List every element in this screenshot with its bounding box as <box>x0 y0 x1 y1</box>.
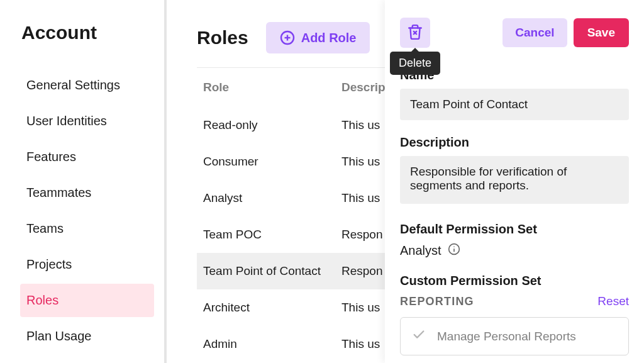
sidebar-item-plan-usage[interactable]: Plan Usage <box>20 320 154 353</box>
section-reporting-label: REPORTING <box>400 295 474 308</box>
plus-circle-icon <box>280 30 295 45</box>
description-label: Description <box>400 135 629 150</box>
sidebar: Account General Settings User Identities… <box>0 0 167 363</box>
page-title: Roles <box>197 27 248 48</box>
sidebar-item-teams[interactable]: Teams <box>20 212 154 245</box>
reset-link[interactable]: Reset <box>597 294 629 308</box>
description-input[interactable] <box>400 156 629 204</box>
panel-actions: Cancel Save <box>502 18 629 47</box>
permission-list: Manage Personal Reports <box>400 317 629 355</box>
default-perm-label: Default Permission Set <box>400 222 629 237</box>
delete-tooltip: Delete <box>390 52 440 75</box>
sidebar-title: Account <box>21 22 154 43</box>
col-role: Role <box>197 68 335 108</box>
permission-label: Manage Personal Reports <box>437 330 576 343</box>
default-perm-value: Analyst <box>400 243 441 258</box>
sidebar-item-features[interactable]: Features <box>20 140 154 174</box>
name-input[interactable] <box>400 89 629 120</box>
cancel-button[interactable]: Cancel <box>502 18 567 47</box>
delete-button[interactable]: Delete <box>400 18 430 48</box>
permission-item[interactable]: Manage Personal Reports <box>401 318 628 355</box>
add-role-label: Add Role <box>301 31 357 45</box>
detail-panel: Delete Cancel Save Name Description Defa… <box>385 0 644 363</box>
panel-header: Delete Cancel Save <box>400 18 629 48</box>
sidebar-list: General Settings User Identities Feature… <box>20 69 154 353</box>
check-icon <box>412 328 426 345</box>
sidebar-item-roles[interactable]: Roles <box>20 284 154 317</box>
add-role-button[interactable]: Add Role <box>266 22 370 53</box>
sidebar-item-user-identities[interactable]: User Identities <box>20 104 154 138</box>
section-header-reporting: REPORTING Reset <box>400 294 629 308</box>
svg-point-7 <box>453 246 455 247</box>
sidebar-item-projects[interactable]: Projects <box>20 248 154 281</box>
custom-perm-label: Custom Permission Set <box>400 274 629 288</box>
panel-body: Name Description Default Permission Set … <box>400 68 629 355</box>
save-button[interactable]: Save <box>574 18 629 47</box>
sidebar-item-teammates[interactable]: Teammates <box>20 176 154 209</box>
sidebar-item-general-settings[interactable]: General Settings <box>20 69 154 102</box>
trash-icon <box>407 24 423 42</box>
info-icon[interactable] <box>448 243 460 259</box>
default-perm-value-row: Analyst <box>400 243 629 259</box>
